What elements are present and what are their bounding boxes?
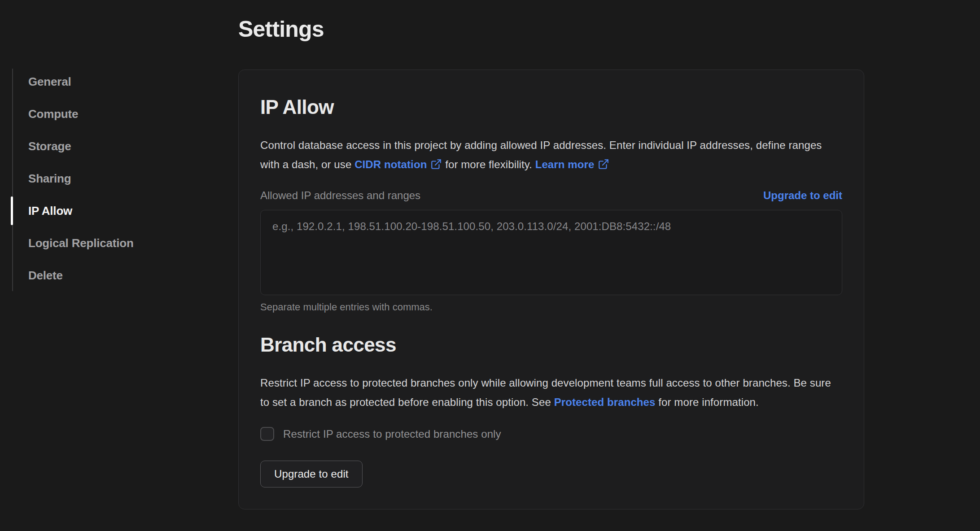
external-link-icon [430,158,442,170]
sidebar-item-delete[interactable]: Delete [28,269,223,282]
upgrade-to-edit-link[interactable]: Upgrade to edit [763,189,842,202]
upgrade-to-edit-button[interactable]: Upgrade to edit [260,461,363,487]
settings-nav: General Compute Storage Sharing IP Allow… [12,69,223,291]
branch-access-description: Restrict IP access to protected branches… [260,373,842,412]
sidebar-item-sharing[interactable]: Sharing [28,172,223,185]
restrict-ip-checkbox-label: Restrict IP access to protected branches… [283,428,501,440]
sidebar-item-general[interactable]: General [28,75,223,88]
restrict-ip-checkbox-row[interactable]: Restrict IP access to protected branches… [260,427,842,441]
ip-allow-heading: IP Allow [260,96,842,118]
ip-field-label: Allowed IP addresses and ranges [260,189,420,202]
sidebar-item-logical-replication[interactable]: Logical Replication [28,236,223,250]
ip-allow-description: Control database access in this project … [260,135,842,174]
restrict-ip-checkbox[interactable] [260,427,274,441]
sidebar-item-ip-allow[interactable]: IP Allow [28,204,223,218]
branch-access-heading: Branch access [260,334,842,356]
branch-access-desc-text-2: for more information. [656,396,759,408]
settings-page: Settings General Compute Storage Sharing… [0,0,980,531]
page-title: Settings [238,16,324,42]
ip-field-helper: Separate multiple entries with commas. [260,301,842,313]
protected-branches-link[interactable]: Protected branches [554,396,656,408]
external-link-icon [598,158,609,170]
ip-allow-desc-text-2: for more flexibility. [442,158,535,170]
allowed-ip-textarea[interactable] [260,210,842,295]
ip-allow-card: IP Allow Control database access in this… [238,70,864,509]
learn-more-link[interactable]: Learn more [535,158,610,170]
ip-field-header: Allowed IP addresses and ranges Upgrade … [260,189,842,202]
cidr-notation-link[interactable]: CIDR notation [354,158,442,170]
settings-sidebar: General Compute Storage Sharing IP Allow… [12,69,223,291]
sidebar-item-storage[interactable]: Storage [28,139,223,153]
sidebar-item-compute[interactable]: Compute [28,107,223,121]
learn-more-link-label: Learn more [535,158,595,170]
cidr-notation-link-label: CIDR notation [354,158,427,170]
